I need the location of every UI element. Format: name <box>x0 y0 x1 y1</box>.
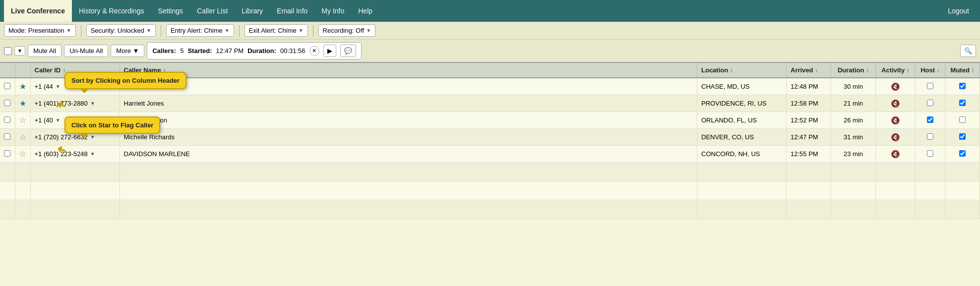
th-name[interactable]: Caller Name ↕ <box>120 63 697 78</box>
muted-checkbox[interactable] <box>959 83 966 89</box>
row-muted[interactable] <box>945 129 980 146</box>
muted-checkbox[interactable] <box>959 116 966 123</box>
row-star-cell[interactable]: ☆ <box>15 129 30 146</box>
empty-row <box>0 200 980 219</box>
row-checkbox[interactable] <box>4 150 10 157</box>
row-activity[interactable]: 🔇 <box>876 78 916 95</box>
nav-history-recordings[interactable]: History & Recordings <box>72 0 151 22</box>
nav-email-info[interactable]: Email Info <box>270 0 314 22</box>
row-checkbox[interactable] <box>4 133 10 140</box>
th-location[interactable]: Location ↕ <box>697 63 787 78</box>
callerid-caret-icon[interactable]: ▼ <box>90 151 95 157</box>
star-icon[interactable]: ★ <box>19 82 26 91</box>
row-muted[interactable] <box>945 146 980 163</box>
row-star-cell[interactable]: ☆ <box>15 146 30 163</box>
row-name: DAVIDSON MARLENE <box>120 146 697 163</box>
th-arrived[interactable]: Arrived ↓ <box>787 63 831 78</box>
row-checkbox-cell <box>0 146 15 163</box>
row-checkbox[interactable] <box>4 116 10 123</box>
mute-all-button[interactable]: Mute All <box>28 45 61 57</box>
volume-icon[interactable]: 🔇 <box>891 150 900 158</box>
host-checkbox[interactable] <box>927 133 933 140</box>
empty-row <box>0 181 980 200</box>
row-activity[interactable]: 🔇 <box>876 95 916 112</box>
muted-checkbox[interactable] <box>959 100 966 106</box>
row-activity[interactable]: 🔇 <box>876 112 916 129</box>
row-muted[interactable] <box>945 112 980 129</box>
star-tooltip: Click on Star to Flag Caller <box>64 116 160 134</box>
mode-dropdown[interactable]: Mode: Presentation ▼ <box>4 24 76 37</box>
nav-caller-list[interactable]: Caller List <box>190 0 235 22</box>
host-checkbox[interactable] <box>927 83 933 89</box>
row-host[interactable] <box>916 78 945 95</box>
play-button[interactable]: ▶ <box>323 45 336 57</box>
th-host[interactable]: Host ↓ <box>916 63 945 78</box>
volume-icon[interactable]: 🔇 <box>891 116 900 124</box>
callerid-caret-icon[interactable]: ▼ <box>90 101 95 106</box>
unmute-all-button[interactable]: Un-Mute All <box>64 45 108 57</box>
row-star-cell[interactable]: ★ <box>15 95 30 112</box>
star-icon[interactable]: ★ <box>19 99 26 108</box>
duration-label: Duration: <box>247 47 276 55</box>
row-duration: 30 min <box>831 78 876 95</box>
exit-alert-dropdown[interactable]: Exit Alert: Chime ▼ <box>245 24 308 37</box>
th-muted[interactable]: Muted ↕ <box>945 63 980 78</box>
arrived-sort-icon: ↓ <box>815 67 818 74</box>
row-star-cell[interactable]: ☆ <box>15 112 30 129</box>
row-host[interactable] <box>916 95 945 112</box>
row-location: ORLANDO, FL, US <box>697 112 787 129</box>
row-checkbox[interactable] <box>4 100 10 106</box>
star-icon[interactable]: ☆ <box>19 150 26 158</box>
volume-icon[interactable]: 🔇 <box>891 82 900 91</box>
row-activity[interactable]: 🔇 <box>876 129 916 146</box>
th-activity[interactable]: Activity ↕ <box>876 63 916 78</box>
nav-settings[interactable]: Settings <box>151 0 190 22</box>
row-host[interactable] <box>916 129 945 146</box>
row-arrived: 12:48 PM <box>787 78 831 95</box>
chat-button[interactable]: 💬 <box>340 45 356 57</box>
row-star-cell[interactable]: ★ <box>15 78 30 95</box>
select-caret-button[interactable]: ▼ <box>14 46 25 56</box>
stop-button[interactable]: ✕ <box>309 46 319 56</box>
security-caret-icon: ▼ <box>146 28 151 33</box>
row-checkbox-cell <box>0 112 15 129</box>
row-duration: 23 min <box>831 146 876 163</box>
row-muted[interactable] <box>945 95 980 112</box>
nav-help[interactable]: Help <box>351 0 379 22</box>
security-dropdown[interactable]: Security: Unlocked ▼ <box>86 24 156 37</box>
host-checkbox[interactable] <box>927 150 933 157</box>
row-location: DENVER, CO, US <box>697 129 787 146</box>
star-icon[interactable]: ☆ <box>19 133 26 141</box>
row-activity[interactable]: 🔇 <box>876 146 916 163</box>
search-button[interactable]: 🔍 <box>960 45 976 57</box>
logout-button[interactable]: Logout <box>941 0 976 22</box>
th-duration[interactable]: Duration ↕ <box>831 63 876 78</box>
exit-alert-caret-icon: ▼ <box>299 28 304 33</box>
recording-dropdown[interactable]: Recording: Off ▼ <box>318 24 376 37</box>
host-checkbox[interactable] <box>927 100 933 106</box>
volume-icon[interactable]: 🔇 <box>891 133 900 141</box>
row-duration: 21 min <box>831 95 876 112</box>
muted-checkbox[interactable] <box>959 133 966 140</box>
host-sort-icon: ↓ <box>937 67 940 74</box>
more-button[interactable]: More ▼ <box>111 45 144 57</box>
volume-icon[interactable]: 🔇 <box>891 99 900 108</box>
separator2 <box>161 25 161 37</box>
select-all-checkbox[interactable] <box>4 47 12 55</box>
nav-library[interactable]: Library <box>235 0 270 22</box>
host-checkbox[interactable] <box>927 116 933 123</box>
callerid-caret-icon[interactable]: ▼ <box>56 84 61 89</box>
muted-checkbox[interactable] <box>959 150 966 157</box>
callerid-caret-icon[interactable]: ▼ <box>56 117 61 123</box>
toolbar-row1: Mode: Presentation ▼ Security: Unlocked … <box>0 22 980 40</box>
row-host[interactable] <box>916 146 945 163</box>
star-icon[interactable]: ☆ <box>19 116 26 124</box>
callerid-caret-icon[interactable]: ▼ <box>90 134 95 140</box>
row-muted[interactable] <box>945 78 980 95</box>
nav-my-info[interactable]: My Info <box>314 0 351 22</box>
entry-alert-dropdown[interactable]: Entry Alert: Chime ▼ <box>166 24 234 37</box>
nav-live-conference[interactable]: Live Conference <box>4 0 72 22</box>
row-checkbox[interactable] <box>4 83 10 89</box>
row-host[interactable] <box>916 112 945 129</box>
toolbar-row2: ▼ Mute All Un-Mute All More ▼ Callers: 5… <box>0 40 980 63</box>
